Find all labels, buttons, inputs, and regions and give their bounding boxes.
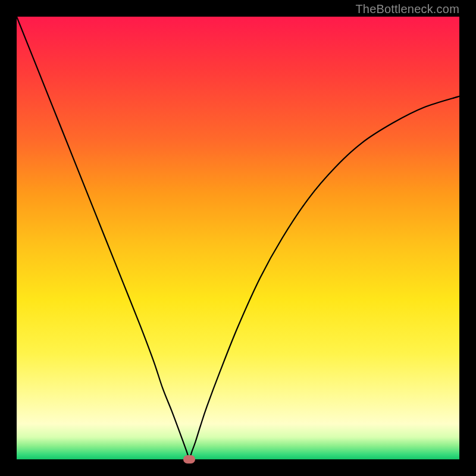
optimal-point-marker bbox=[183, 455, 195, 464]
plot-area bbox=[17, 17, 459, 459]
bottleneck-curve bbox=[17, 17, 459, 458]
chart-container: TheBottleneck.com bbox=[0, 0, 476, 476]
curve-svg bbox=[17, 17, 459, 459]
watermark-text: TheBottleneck.com bbox=[355, 2, 459, 16]
